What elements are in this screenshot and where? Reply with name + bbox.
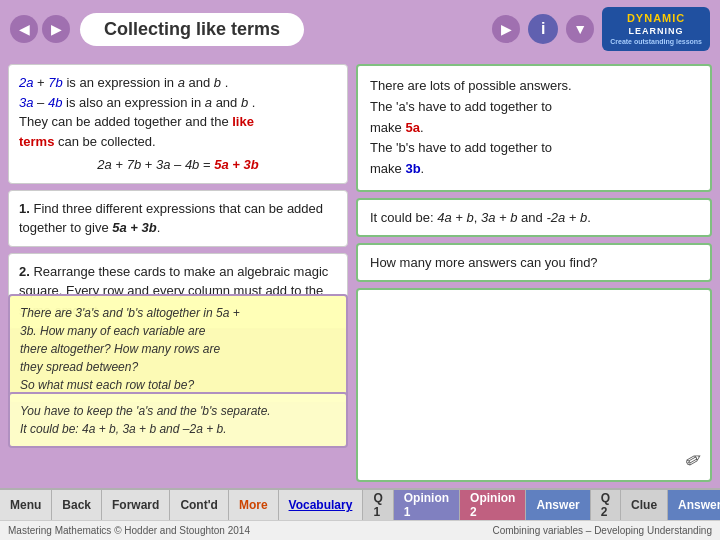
intro-equation: 2a + 7b + 3a – 4b = 5a + 3b xyxy=(19,155,337,175)
right-more-text: How many more answers can you find? xyxy=(370,255,698,270)
hint1-line2: 3b. How many of each variable are xyxy=(20,322,336,340)
hint2-neg: –2a + b. xyxy=(183,422,227,436)
vocabulary-button[interactable]: Vocabulary xyxy=(279,490,364,520)
menu-button[interactable]: Menu xyxy=(0,490,52,520)
footer-left: Mastering Mathematics © Hodder and Stoug… xyxy=(8,525,250,536)
answer2-button[interactable]: Answer xyxy=(668,490,720,520)
contd-button[interactable]: Cont'd xyxy=(170,490,229,520)
ans-line2: The 'a's have to add together to xyxy=(370,97,698,118)
logo-tagline: Create outstanding lessons xyxy=(610,37,702,46)
logo: DYNAMIC LEARNING Create outstanding less… xyxy=(602,7,710,50)
page-title: Collecting like terms xyxy=(80,13,304,46)
intro-box: 2a + 7b is an expression in a and b . 3a… xyxy=(8,64,348,184)
nav-bar: Menu Back Forward Cont'd More Vocabulary… xyxy=(0,488,720,520)
left-column: 2a + 7b is an expression in a and b . 3a… xyxy=(8,64,348,482)
ex-3ab: 3a + b xyxy=(481,210,518,225)
opinion1-button[interactable]: Opinion 1 xyxy=(394,490,460,520)
intro-b2: b xyxy=(241,95,248,110)
header-right: ▶ i ▼ DYNAMIC LEARNING Create outstandin… xyxy=(492,7,710,50)
q1-text: Find three different expressions that ca… xyxy=(19,201,323,236)
main-content: 2a + 7b is an expression in a and b . 3a… xyxy=(0,58,720,488)
hint1-line1: There are 3'a's and 'b's altogether in 5… xyxy=(20,304,336,322)
opinion2-button[interactable]: Opinion 2 xyxy=(460,490,526,520)
q1-number: 1. xyxy=(19,201,30,216)
hint2-line1: You have to keep the 'a's and the 'b's s… xyxy=(20,402,336,420)
ans-line5: make 3b. xyxy=(370,159,698,180)
right-example-box: It could be: 4a + b, 3a + b and -2a + b. xyxy=(356,198,712,237)
pencil-icon: ✏ xyxy=(680,445,707,474)
intro-2a: 2a xyxy=(19,75,33,90)
ans-line4: The 'b's have to add together to xyxy=(370,138,698,159)
arrow-right-btn[interactable]: ▶ xyxy=(42,15,70,43)
footer: Mastering Mathematics © Hodder and Stoug… xyxy=(0,520,720,540)
answer-button[interactable]: Answer xyxy=(526,490,590,520)
info-icon[interactable]: i xyxy=(528,14,558,44)
hint1-line4: they spread between? xyxy=(20,358,336,376)
header: ◀ ▶ Collecting like terms ▶ i ▼ DYNAMIC … xyxy=(0,0,720,58)
q1-target: 5a + 3b xyxy=(112,220,156,235)
intro-line1: 2a + 7b is an expression in a and b . xyxy=(19,73,337,93)
ans-5a: 5a xyxy=(405,120,419,135)
more-button[interactable]: More xyxy=(229,490,279,520)
right-answer-box: There are lots of possible answers. The … xyxy=(356,64,712,192)
footer-right: Combining variables – Developing Underst… xyxy=(492,525,712,536)
eq-2a: 2a xyxy=(97,157,111,172)
logo-learning: LEARNING xyxy=(610,26,702,38)
hint1-box: There are 3'a's and 'b's altogether in 5… xyxy=(8,294,348,404)
ans-line3: make 5a. xyxy=(370,118,698,139)
ans-3b: 3b xyxy=(405,161,420,176)
eq-3a: 3a xyxy=(156,157,170,172)
eq-7b: 7b xyxy=(127,157,141,172)
ex-4ab: 4a + b xyxy=(437,210,474,225)
question1-box: 1. Find three different expressions that… xyxy=(8,190,348,247)
hint1-3b: 3b. xyxy=(20,324,37,338)
back-button[interactable]: Back xyxy=(52,490,102,520)
intro-a: a xyxy=(178,75,185,90)
intro-plus1: + xyxy=(37,75,48,90)
right-more-box: How many more answers can you find? xyxy=(356,243,712,282)
q2-number: 2. xyxy=(19,264,30,279)
hint1-line3: there altogether? How many rows are xyxy=(20,340,336,358)
logo-dynamic: DYNAMIC xyxy=(610,11,702,25)
intro-text2: is also an expression in xyxy=(66,95,205,110)
right-example-text: It could be: 4a + b, 3a + b and -2a + b. xyxy=(370,210,698,225)
intro-b: b xyxy=(214,75,221,90)
intro-period2: . xyxy=(252,95,256,110)
q2-button[interactable]: Q 2 xyxy=(591,490,621,520)
intro-4b: 4b xyxy=(48,95,62,110)
hint2-expr: 4a + b, 3a + b xyxy=(82,422,156,436)
forward-button[interactable]: Forward xyxy=(102,490,170,520)
arrow-right-btn2[interactable]: ▶ xyxy=(492,15,520,43)
q1-button[interactable]: Q 1 xyxy=(363,490,393,520)
right-drawing-area[interactable]: ✏ xyxy=(356,288,712,482)
intro-3a: 3a xyxy=(19,95,33,110)
intro-text1: is an expression in xyxy=(66,75,177,90)
arrow-left-btn[interactable]: ◀ xyxy=(10,15,38,43)
ex-neg2ab: -2a + b xyxy=(546,210,587,225)
intro-minus: – xyxy=(37,95,48,110)
eq-result: 5a + 3b xyxy=(214,157,258,172)
clue-button[interactable]: Clue xyxy=(621,490,668,520)
intro-and1: and xyxy=(189,75,214,90)
intro-line2: 3a – 4b is also an expression in a and b… xyxy=(19,93,337,113)
intro-a2: a xyxy=(205,95,212,110)
intro-line3b: terms can be collected. xyxy=(19,132,337,152)
intro-7b: 7b xyxy=(48,75,62,90)
ans-line1: There are lots of possible answers. xyxy=(370,76,698,97)
hint2-line2: It could be: 4a + b, 3a + b and –2a + b. xyxy=(20,420,336,438)
header-left-arrows: ◀ ▶ xyxy=(10,15,70,43)
right-column: There are lots of possible answers. The … xyxy=(356,64,712,482)
intro-and2: and xyxy=(216,95,241,110)
intro-line3: They can be added together and the like xyxy=(19,112,337,132)
intro-like: like xyxy=(232,114,254,129)
arrow-down-btn[interactable]: ▼ xyxy=(566,15,594,43)
hint1-5a3b: 5a + xyxy=(216,306,240,320)
eq-4b: 4b xyxy=(185,157,199,172)
intro-period1: . xyxy=(225,75,229,90)
intro-terms: terms xyxy=(19,134,54,149)
hint2-box: You have to keep the 'a's and the 'b's s… xyxy=(8,392,348,448)
